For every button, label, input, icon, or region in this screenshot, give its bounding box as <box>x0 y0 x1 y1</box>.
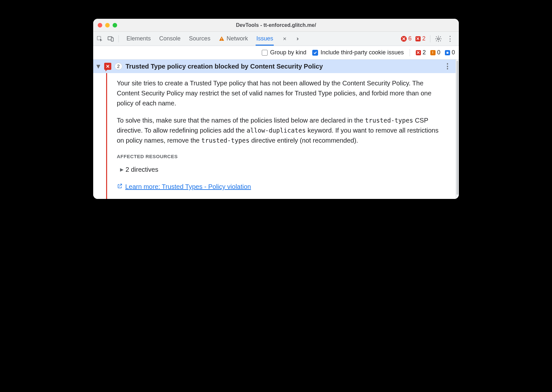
error-square-icon <box>415 36 421 41</box>
warning-counter-value: 0 <box>437 49 440 56</box>
chevron-down-icon: ▼ <box>96 63 101 70</box>
error-count: 6 <box>408 35 412 42</box>
divider <box>118 35 119 42</box>
checkbox-checked-icon <box>312 50 318 56</box>
issue-count-badge[interactable]: 2 <box>415 35 425 42</box>
error-square-icon <box>416 50 421 55</box>
chevron-right-icon: ▶ <box>120 166 124 173</box>
group-by-kind-checkbox[interactable]: Group by kind <box>262 49 306 56</box>
close-window-button[interactable] <box>98 23 102 27</box>
devtools-window: DevTools - tt-enforced.glitch.me/ Elemen… <box>93 19 459 199</box>
external-link-icon <box>117 182 123 192</box>
window-title: DevTools - tt-enforced.glitch.me/ <box>93 22 459 28</box>
error-count-badge[interactable]: 6 <box>401 35 412 42</box>
issues-content: ▼ 2 Trusted Type policy creation blocked… <box>93 60 459 199</box>
code-allow-duplicates: allow-duplicates <box>247 127 306 134</box>
divider <box>410 49 410 56</box>
more-menu-icon[interactable]: ⋮ <box>445 35 455 43</box>
titlebar: DevTools - tt-enforced.glitch.me/ <box>93 19 459 32</box>
tab-sources[interactable]: Sources <box>189 32 210 45</box>
issue-count: 2 <box>422 35 425 42</box>
divider <box>430 35 430 42</box>
code-trusted-types-2: trusted-types <box>201 137 249 144</box>
issue-description-2: To solve this, make sure that the names … <box>117 115 446 146</box>
error-message-icon <box>104 63 111 70</box>
device-toolbar-icon[interactable] <box>107 36 114 42</box>
settings-gear-icon[interactable] <box>435 35 442 42</box>
traffic-lights <box>98 23 117 27</box>
error-counter-value: 2 <box>423 49 426 56</box>
scrollbar[interactable] <box>456 60 459 199</box>
warning-square-icon <box>430 50 436 55</box>
panel-tabs: Elements Console Sources Network Issues … <box>127 32 297 45</box>
include-third-party-label: Include third-party cookie issues <box>321 49 404 56</box>
svg-rect-7 <box>433 53 433 54</box>
devtools-tabbar: Elements Console Sources Network Issues … <box>93 32 459 46</box>
info-issue-counter[interactable]: 0 <box>445 49 455 56</box>
warning-triangle-icon <box>219 36 225 42</box>
tab-network[interactable]: Network <box>219 32 248 45</box>
tab-console[interactable]: Console <box>159 32 181 45</box>
error-circle-icon <box>401 36 407 42</box>
scrollbar-thumb[interactable] <box>457 61 458 195</box>
tab-network-label: Network <box>226 35 248 42</box>
issue-description-1: Your site tries to create a Trusted Type… <box>117 78 446 108</box>
info-counter-value: 0 <box>452 49 455 56</box>
svg-rect-2 <box>111 38 114 41</box>
issue-counters: 2 0 0 <box>416 49 455 56</box>
info-square-icon <box>445 50 450 55</box>
tab-issues-label: Issues <box>256 35 273 42</box>
zoom-window-button[interactable] <box>113 23 117 27</box>
directives-count: 2 directives <box>126 165 158 175</box>
minimize-window-button[interactable] <box>105 23 110 27</box>
tab-issues[interactable]: Issues <box>256 32 273 45</box>
issue-body: Your site tries to create a Trusted Type… <box>106 73 456 199</box>
status-badges: 6 2 <box>401 35 425 42</box>
directives-tree-item[interactable]: ▶ 2 directives <box>120 165 446 175</box>
inspect-element-icon[interactable] <box>96 36 103 42</box>
error-issue-counter[interactable]: 2 <box>416 49 426 56</box>
issues-toolbar: Group by kind Include third-party cookie… <box>93 46 459 60</box>
learn-more-row: Learn more: Trusted Types - Policy viola… <box>117 182 446 192</box>
group-by-kind-label: Group by kind <box>270 49 306 56</box>
svg-rect-6 <box>433 51 433 53</box>
code-trusted-types: trusted-types <box>365 117 413 124</box>
more-tabs-icon[interactable]: ›› <box>296 35 297 42</box>
issue-title: Trusted Type policy creation blocked by … <box>126 63 439 70</box>
issue-header[interactable]: ▼ 2 Trusted Type policy creation blocked… <box>93 60 456 73</box>
tab-elements[interactable]: Elements <box>127 32 151 45</box>
issue-menu-icon[interactable]: ⋮ <box>442 62 453 71</box>
checkbox-unchecked-icon <box>262 50 268 56</box>
svg-rect-4 <box>221 40 222 40</box>
svg-rect-3 <box>221 38 222 39</box>
affected-resources-label: AFFECTED RESOURCES <box>117 153 446 160</box>
issue-count-pill: 2 <box>115 63 122 70</box>
close-tab-icon[interactable]: ✕ <box>282 36 288 42</box>
learn-more-link[interactable]: Learn more: Trusted Types - Policy viola… <box>125 182 251 192</box>
include-third-party-checkbox[interactable]: Include third-party cookie issues <box>312 49 404 56</box>
svg-point-5 <box>437 38 439 40</box>
warning-issue-counter[interactable]: 0 <box>430 49 440 56</box>
